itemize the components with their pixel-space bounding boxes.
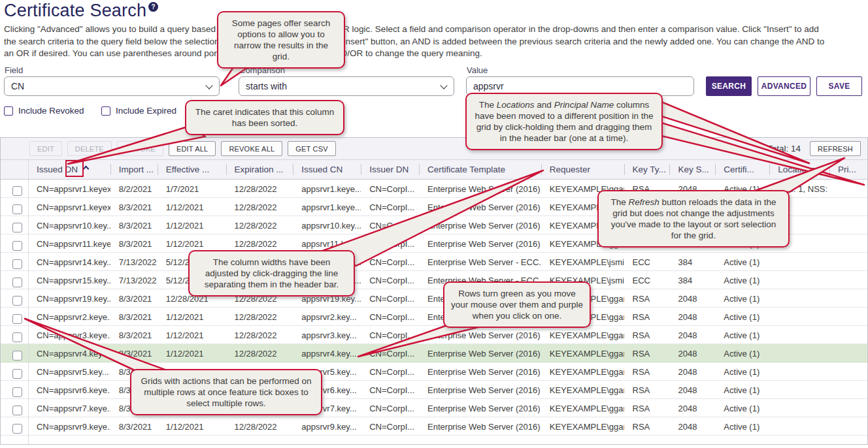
table-row[interactable]: CN=appsrvr14.key...7/13/20225/12/20225/1… <box>1 253 867 271</box>
total-count: Total: 14 <box>767 144 801 153</box>
table-row[interactable]: CN=appsrvr2.keye...8/3/20211/12/202112/2… <box>1 308 867 326</box>
column-header-label: Issued CN <box>301 165 342 174</box>
column-header[interactable]: Effective ... <box>158 160 226 179</box>
page-description: Clicking "Advanced" allows you to build … <box>4 24 867 60</box>
row-checkbox[interactable] <box>12 424 22 434</box>
column-header[interactable]: Locations <box>769 160 829 179</box>
cell: Enterprise Web Server (2016) <box>419 362 541 380</box>
row-checkbox-cell <box>1 344 28 362</box>
row-checkbox[interactable] <box>12 332 22 342</box>
cell: Enterprise Web Server (2016) <box>419 234 541 252</box>
field-select[interactable]: CN <box>4 76 220 96</box>
cell: appsrvr3.key... <box>293 326 361 344</box>
search-button[interactable]: SEARCH <box>706 76 752 96</box>
column-header[interactable]: Expiration ... <box>226 160 293 179</box>
cell: KEYEXAMPLE\ggant <box>541 417 624 435</box>
column-header[interactable]: Pri... <box>829 160 867 179</box>
column-header[interactable]: Issuer DN <box>361 160 419 179</box>
revoke-all-button[interactable]: REVOKE ALL <box>221 141 282 156</box>
row-checkbox[interactable] <box>12 369 22 379</box>
table-row[interactable]: CN=appsrvr15.key...7/13/20225/12/20225/1… <box>1 271 867 289</box>
column-header[interactable]: Certifi... <box>715 160 769 179</box>
column-header[interactable]: Certificate Template <box>419 160 541 179</box>
cell: 2048 <box>669 308 715 325</box>
include-revoked-checkbox[interactable] <box>4 106 13 116</box>
cell: 8/3/2021 <box>110 198 158 216</box>
get-csv-button[interactable]: GET CSV <box>288 141 336 156</box>
cell: 8/3/2021 <box>110 216 158 234</box>
cell: 12/28/2022 <box>226 180 293 197</box>
column-header[interactable]: Import ... <box>110 160 158 179</box>
cell: KEYEXAMPLE\ggant <box>541 362 624 380</box>
cell: Enterprise Web Server (2016) <box>419 344 541 362</box>
cell <box>829 198 867 216</box>
cell: Active (1) <box>715 362 769 380</box>
cell: KEYEXAMPLE\ggant <box>541 399 624 417</box>
edit-button[interactable]: EDIT <box>29 141 62 156</box>
cell: CN=CorpI... <box>361 289 419 307</box>
cell: 8/3/2021 <box>110 344 158 362</box>
column-header[interactable]: Issued CN <box>293 160 361 179</box>
table-row[interactable]: CN=appsrvr19.key...8/3/202112/28/202112/… <box>1 289 867 308</box>
description-line: the search criteria to the query field b… <box>4 36 867 48</box>
save-button[interactable]: SAVE <box>816 76 862 96</box>
advanced-button[interactable]: ADVANCED <box>758 76 810 96</box>
column-header[interactable]: Requester <box>541 160 624 179</box>
cell: CN=CorpI... <box>361 198 419 216</box>
help-icon[interactable]: ? <box>148 2 158 12</box>
row-checkbox[interactable] <box>12 259 22 269</box>
row-checkbox[interactable] <box>12 186 22 196</box>
cell <box>769 271 829 289</box>
cell: Active (1) <box>715 417 769 435</box>
row-checkbox[interactable] <box>12 278 22 287</box>
cell: CN=appsrvr5.key... <box>28 362 110 380</box>
column-header-label: Certifi... <box>724 165 754 174</box>
comparison-select-value: starts with <box>246 81 287 91</box>
cell: CN=appsrvr1.keyex... <box>28 180 110 197</box>
chevron-down-icon <box>205 82 212 89</box>
cell <box>829 180 867 197</box>
cell: 8/3/2021 <box>110 417 158 435</box>
cell: Active (1) <box>715 308 769 325</box>
row-checkbox-cell <box>1 362 28 380</box>
value-label: Value <box>467 65 488 75</box>
cell: 1/12/2021 <box>158 216 226 234</box>
row-checkbox-cell <box>1 198 28 216</box>
column-header[interactable]: Key Ty... <box>624 160 670 179</box>
cell: RSA <box>624 289 670 307</box>
row-checkbox[interactable] <box>12 296 22 306</box>
table-row[interactable]: CN=appsrvr4.keye...8/3/20211/12/202112/2… <box>1 344 867 362</box>
table-row[interactable]: CN=appsrvr3.keye...8/3/20211/12/202112/2… <box>1 326 867 344</box>
row-checkbox[interactable] <box>12 387 22 397</box>
description-line: Clicking "Advanced" allows you to build … <box>4 24 867 36</box>
cell: 1/12/2021 <box>158 234 226 252</box>
row-checkbox[interactable] <box>12 406 22 415</box>
refresh-button[interactable]: REFRESH <box>810 141 861 156</box>
row-checkbox[interactable] <box>12 241 22 251</box>
select-all-column-header <box>1 160 28 179</box>
cell: CN=appsrvr14.key... <box>28 253 110 270</box>
comparison-select[interactable]: starts with <box>239 76 454 96</box>
cell: 7/13/2022 <box>110 253 158 270</box>
row-checkbox-cell <box>1 234 28 252</box>
cell: Enterprise Web Server (2016) <box>419 198 541 216</box>
row-checkbox[interactable] <box>12 223 22 232</box>
edit-all-button[interactable]: EDIT ALL <box>169 141 216 156</box>
cell: CN=CorpI... <box>361 326 419 344</box>
row-checkbox[interactable] <box>12 314 22 324</box>
callout-sort-caret: The caret indicates that this column has… <box>185 100 344 135</box>
table-row[interactable]: CN=appsrvr9.keye...8/3/20211/12/202112/2… <box>1 417 867 436</box>
cell: Enterprise Web Server (2016) <box>419 180 541 197</box>
row-checkbox-cell <box>1 308 28 325</box>
include-expired-checkbox[interactable] <box>101 106 110 116</box>
description-line: an OR if desired. You can use parenthese… <box>4 48 867 60</box>
delete-button[interactable]: DELETE <box>67 141 112 156</box>
cell: 12/28/2022 <box>226 198 293 216</box>
revoke-button[interactable]: REVOKE <box>117 141 163 156</box>
column-header[interactable]: Key S... <box>669 160 715 179</box>
cell <box>829 399 867 417</box>
cell: CN=CorpI... <box>361 381 419 398</box>
include-expired-group: Include Expired <box>101 106 176 116</box>
row-checkbox[interactable] <box>12 351 22 360</box>
row-checkbox[interactable] <box>12 204 22 214</box>
